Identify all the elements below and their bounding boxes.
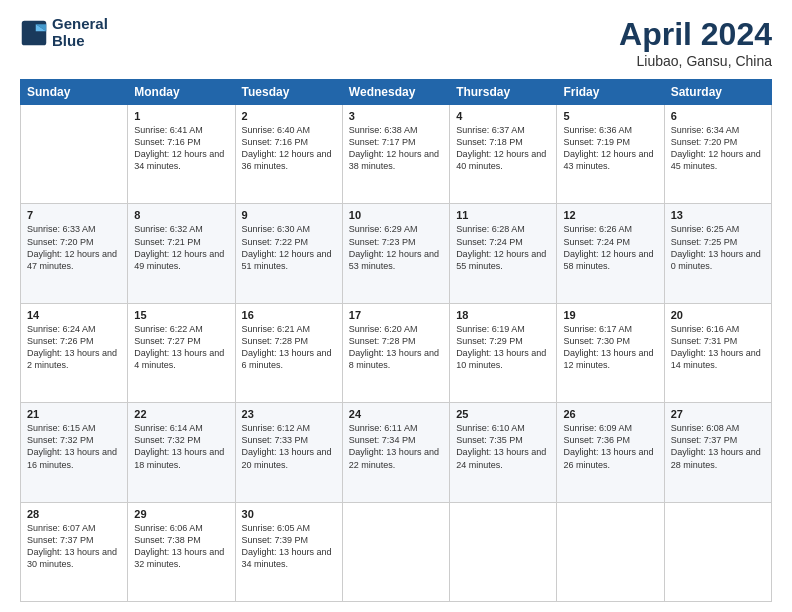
title-block: April 2024 Liubao, Gansu, China [619,16,772,69]
cell-info: Sunrise: 6:34 AMSunset: 7:20 PMDaylight:… [671,124,765,173]
calendar-cell: 15Sunrise: 6:22 AMSunset: 7:27 PMDayligh… [128,303,235,402]
calendar-cell: 25Sunrise: 6:10 AMSunset: 7:35 PMDayligh… [450,403,557,502]
day-number: 6 [671,110,765,122]
calendar-cell: 28Sunrise: 6:07 AMSunset: 7:37 PMDayligh… [21,502,128,601]
calendar-cell: 30Sunrise: 6:05 AMSunset: 7:39 PMDayligh… [235,502,342,601]
calendar-cell: 12Sunrise: 6:26 AMSunset: 7:24 PMDayligh… [557,204,664,303]
cell-info: Sunrise: 6:37 AMSunset: 7:18 PMDaylight:… [456,124,550,173]
calendar-cell: 17Sunrise: 6:20 AMSunset: 7:28 PMDayligh… [342,303,449,402]
calendar-week-row: 1Sunrise: 6:41 AMSunset: 7:16 PMDaylight… [21,105,772,204]
cell-info: Sunrise: 6:09 AMSunset: 7:36 PMDaylight:… [563,422,657,471]
day-number: 8 [134,209,228,221]
calendar-week-row: 7Sunrise: 6:33 AMSunset: 7:20 PMDaylight… [21,204,772,303]
calendar-cell: 3Sunrise: 6:38 AMSunset: 7:17 PMDaylight… [342,105,449,204]
calendar-cell [342,502,449,601]
calendar-cell [21,105,128,204]
day-number: 17 [349,309,443,321]
calendar-week-row: 14Sunrise: 6:24 AMSunset: 7:26 PMDayligh… [21,303,772,402]
calendar-cell: 9Sunrise: 6:30 AMSunset: 7:22 PMDaylight… [235,204,342,303]
weekday-header: Sunday [21,80,128,105]
day-number: 21 [27,408,121,420]
calendar-cell: 24Sunrise: 6:11 AMSunset: 7:34 PMDayligh… [342,403,449,502]
day-number: 15 [134,309,228,321]
day-number: 24 [349,408,443,420]
cell-info: Sunrise: 6:10 AMSunset: 7:35 PMDaylight:… [456,422,550,471]
calendar-cell: 13Sunrise: 6:25 AMSunset: 7:25 PMDayligh… [664,204,771,303]
weekday-header: Monday [128,80,235,105]
cell-info: Sunrise: 6:08 AMSunset: 7:37 PMDaylight:… [671,422,765,471]
logo-icon [20,19,48,47]
cell-info: Sunrise: 6:12 AMSunset: 7:33 PMDaylight:… [242,422,336,471]
calendar-cell: 29Sunrise: 6:06 AMSunset: 7:38 PMDayligh… [128,502,235,601]
weekday-header: Saturday [664,80,771,105]
calendar-cell: 11Sunrise: 6:28 AMSunset: 7:24 PMDayligh… [450,204,557,303]
calendar-cell: 14Sunrise: 6:24 AMSunset: 7:26 PMDayligh… [21,303,128,402]
calendar-cell: 2Sunrise: 6:40 AMSunset: 7:16 PMDaylight… [235,105,342,204]
cell-info: Sunrise: 6:40 AMSunset: 7:16 PMDaylight:… [242,124,336,173]
day-number: 12 [563,209,657,221]
day-number: 29 [134,508,228,520]
cell-info: Sunrise: 6:20 AMSunset: 7:28 PMDaylight:… [349,323,443,372]
weekday-header: Friday [557,80,664,105]
day-number: 30 [242,508,336,520]
calendar-cell: 8Sunrise: 6:32 AMSunset: 7:21 PMDaylight… [128,204,235,303]
cell-info: Sunrise: 6:24 AMSunset: 7:26 PMDaylight:… [27,323,121,372]
day-number: 19 [563,309,657,321]
calendar-week-row: 28Sunrise: 6:07 AMSunset: 7:37 PMDayligh… [21,502,772,601]
calendar-cell [664,502,771,601]
calendar-cell: 19Sunrise: 6:17 AMSunset: 7:30 PMDayligh… [557,303,664,402]
cell-info: Sunrise: 6:29 AMSunset: 7:23 PMDaylight:… [349,223,443,272]
calendar-cell: 20Sunrise: 6:16 AMSunset: 7:31 PMDayligh… [664,303,771,402]
cell-info: Sunrise: 6:05 AMSunset: 7:39 PMDaylight:… [242,522,336,571]
weekday-header: Tuesday [235,80,342,105]
day-number: 22 [134,408,228,420]
calendar-week-row: 21Sunrise: 6:15 AMSunset: 7:32 PMDayligh… [21,403,772,502]
calendar-cell [557,502,664,601]
weekday-header: Thursday [450,80,557,105]
day-number: 23 [242,408,336,420]
day-number: 1 [134,110,228,122]
cell-info: Sunrise: 6:16 AMSunset: 7:31 PMDaylight:… [671,323,765,372]
cell-info: Sunrise: 6:30 AMSunset: 7:22 PMDaylight:… [242,223,336,272]
header: General Blue April 2024 Liubao, Gansu, C… [20,16,772,69]
day-number: 2 [242,110,336,122]
cell-info: Sunrise: 6:21 AMSunset: 7:28 PMDaylight:… [242,323,336,372]
day-number: 16 [242,309,336,321]
calendar-cell: 1Sunrise: 6:41 AMSunset: 7:16 PMDaylight… [128,105,235,204]
cell-info: Sunrise: 6:28 AMSunset: 7:24 PMDaylight:… [456,223,550,272]
calendar-cell: 4Sunrise: 6:37 AMSunset: 7:18 PMDaylight… [450,105,557,204]
cell-info: Sunrise: 6:33 AMSunset: 7:20 PMDaylight:… [27,223,121,272]
calendar-header-row: SundayMondayTuesdayWednesdayThursdayFrid… [21,80,772,105]
logo-line2: Blue [52,33,108,50]
calendar-cell: 6Sunrise: 6:34 AMSunset: 7:20 PMDaylight… [664,105,771,204]
calendar-cell: 23Sunrise: 6:12 AMSunset: 7:33 PMDayligh… [235,403,342,502]
logo-line1: General [52,16,108,33]
calendar-cell: 18Sunrise: 6:19 AMSunset: 7:29 PMDayligh… [450,303,557,402]
cell-info: Sunrise: 6:25 AMSunset: 7:25 PMDaylight:… [671,223,765,272]
day-number: 3 [349,110,443,122]
day-number: 27 [671,408,765,420]
cell-info: Sunrise: 6:32 AMSunset: 7:21 PMDaylight:… [134,223,228,272]
cell-info: Sunrise: 6:15 AMSunset: 7:32 PMDaylight:… [27,422,121,471]
subtitle: Liubao, Gansu, China [619,53,772,69]
calendar-cell: 7Sunrise: 6:33 AMSunset: 7:20 PMDaylight… [21,204,128,303]
day-number: 9 [242,209,336,221]
cell-info: Sunrise: 6:36 AMSunset: 7:19 PMDaylight:… [563,124,657,173]
day-number: 25 [456,408,550,420]
cell-info: Sunrise: 6:26 AMSunset: 7:24 PMDaylight:… [563,223,657,272]
cell-info: Sunrise: 6:17 AMSunset: 7:30 PMDaylight:… [563,323,657,372]
day-number: 14 [27,309,121,321]
cell-info: Sunrise: 6:41 AMSunset: 7:16 PMDaylight:… [134,124,228,173]
logo-text: General Blue [52,16,108,49]
calendar-cell: 22Sunrise: 6:14 AMSunset: 7:32 PMDayligh… [128,403,235,502]
day-number: 28 [27,508,121,520]
cell-info: Sunrise: 6:11 AMSunset: 7:34 PMDaylight:… [349,422,443,471]
day-number: 4 [456,110,550,122]
calendar-cell: 26Sunrise: 6:09 AMSunset: 7:36 PMDayligh… [557,403,664,502]
calendar: SundayMondayTuesdayWednesdayThursdayFrid… [20,79,772,602]
day-number: 5 [563,110,657,122]
calendar-cell: 27Sunrise: 6:08 AMSunset: 7:37 PMDayligh… [664,403,771,502]
calendar-cell: 5Sunrise: 6:36 AMSunset: 7:19 PMDaylight… [557,105,664,204]
cell-info: Sunrise: 6:22 AMSunset: 7:27 PMDaylight:… [134,323,228,372]
day-number: 18 [456,309,550,321]
